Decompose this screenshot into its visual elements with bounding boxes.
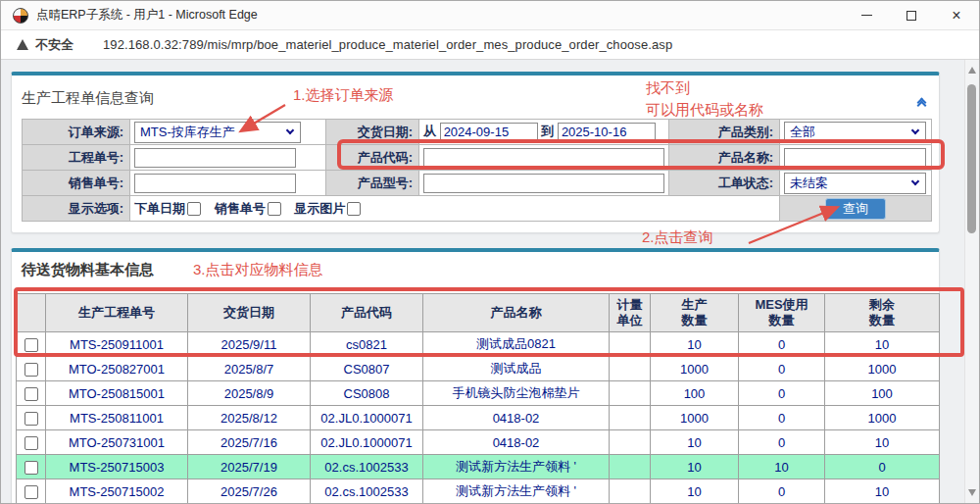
window-title: 点晴ERP子系统 - 用户1 - Microsoft Edge xyxy=(36,7,258,24)
cell-name[interactable]: 测试新方法生产领料 ' xyxy=(423,455,610,479)
cell-date[interactable]: 2025/7/19 xyxy=(188,455,311,479)
cell-date[interactable]: 2025/8/7 xyxy=(188,357,311,381)
cell-order[interactable]: MTS-250811001 xyxy=(46,406,188,430)
query-button[interactable]: 查询 xyxy=(825,198,886,220)
cell-qty[interactable]: 10 xyxy=(651,332,739,357)
cell-unit[interactable] xyxy=(610,381,651,406)
cell-unit[interactable] xyxy=(610,455,651,479)
cell-unit[interactable] xyxy=(610,357,651,381)
row-checkbox[interactable] xyxy=(24,436,38,450)
display-options-label: 显示选项: xyxy=(23,196,130,222)
row-checkbox[interactable] xyxy=(24,461,38,475)
cell-order[interactable]: MTO-250827001 xyxy=(46,357,188,381)
minimize-button[interactable] xyxy=(844,1,889,29)
cell-remain[interactable]: 0 xyxy=(825,455,940,479)
cell-order[interactable]: MTS-250715002 xyxy=(46,479,188,504)
cell-name[interactable]: 测试新方法生产领料 ' xyxy=(423,479,610,504)
order-status-value: 未结案 xyxy=(790,175,828,192)
cell-mes[interactable]: 0 xyxy=(739,430,825,455)
sales-no-input[interactable] xyxy=(134,174,296,193)
cell-code[interactable]: CS0808 xyxy=(311,381,423,406)
cell-qty[interactable]: 1000 xyxy=(651,406,739,430)
cell-mes[interactable]: 0 xyxy=(739,406,825,430)
cell-date[interactable]: 2025/7/16 xyxy=(188,430,311,455)
cell-remain[interactable]: 10 xyxy=(825,479,940,504)
date-to-input[interactable]: 2025-10-16 xyxy=(558,123,656,142)
cell-code[interactable]: 02.JL0.1000071 xyxy=(311,406,423,430)
order-source-select[interactable]: MTS-按库存生产 xyxy=(134,122,301,143)
cell-name[interactable]: 测试成品 xyxy=(423,357,610,381)
date-from-input[interactable]: 2024-09-15 xyxy=(440,123,538,142)
cell-unit[interactable] xyxy=(610,406,651,430)
cell-remain[interactable]: 10 xyxy=(825,332,940,357)
cell-unit[interactable] xyxy=(610,332,651,357)
cell-qty[interactable]: 10 xyxy=(651,455,739,479)
cell-order[interactable]: MTS-250911001 xyxy=(46,332,188,357)
url-bar[interactable]: 不安全 192.168.0.32:789/mis/mrp/boe_materie… xyxy=(1,30,979,60)
cell-code[interactable]: cs0821 xyxy=(311,332,423,357)
cell-mes[interactable]: 0 xyxy=(739,381,825,406)
cell-qty[interactable]: 10 xyxy=(651,479,739,504)
cell-name[interactable]: 0418-02 xyxy=(423,406,610,430)
cell-mes[interactable]: 0 xyxy=(739,332,825,357)
row-checkbox[interactable] xyxy=(24,485,38,499)
page-content: 生产工程单信息查询 订单来源: MTS-按库存生产 交货日期: xyxy=(1,60,979,503)
cell-order[interactable]: MTS-250715003 xyxy=(46,455,188,479)
date-from-label: 从 xyxy=(423,124,436,138)
cell-name[interactable]: 测试成品0821 xyxy=(423,332,610,357)
cell-date[interactable]: 2025/7/26 xyxy=(188,479,311,504)
row-checkbox[interactable] xyxy=(24,363,38,377)
row-checkbox[interactable] xyxy=(24,412,38,426)
table-row[interactable]: MTS-2509110012025/9/11cs0821测试成品08211001… xyxy=(17,332,940,357)
cell-date[interactable]: 2025/9/11 xyxy=(188,332,311,357)
option-show-image-checkbox[interactable] xyxy=(347,202,361,216)
product-code-label: 产品代码: xyxy=(326,145,419,171)
table-row[interactable]: MTO-2508150012025/8/9CS0808手机镜头防尘泡棉垫片100… xyxy=(17,381,940,406)
cell-name[interactable]: 0418-02 xyxy=(423,430,610,455)
scroll-up-icon[interactable] xyxy=(968,67,976,74)
project-no-input[interactable] xyxy=(134,148,296,168)
cell-name[interactable]: 手机镜头防尘泡棉垫片 xyxy=(423,381,610,406)
close-button[interactable]: × xyxy=(934,1,979,29)
cell-qty[interactable]: 10 xyxy=(651,430,739,455)
product-name-input[interactable] xyxy=(784,148,926,168)
cell-code[interactable]: 02.JL0.1000071 xyxy=(311,430,423,455)
option-sales-no-checkbox[interactable] xyxy=(268,202,281,216)
cell-qty[interactable]: 100 xyxy=(651,381,739,406)
cell-code[interactable]: CS0807 xyxy=(311,357,423,381)
table-row[interactable]: MTS-2507150022025/7/2602.cs.1002533测试新方法… xyxy=(17,479,940,504)
cell-order[interactable]: MTO-250731001 xyxy=(46,430,188,455)
cell-remain[interactable]: 1000 xyxy=(825,357,940,381)
table-row[interactable]: MTO-2508270012025/8/7CS0807测试成品100001000 xyxy=(17,357,940,381)
query-form: 订单来源: MTS-按库存生产 交货日期: 从 2024-09-15 到 202… xyxy=(22,119,932,222)
cell-mes[interactable]: 0 xyxy=(739,479,825,504)
table-row[interactable]: MTS-2508110012025/8/1202.JL0.10000710418… xyxy=(17,406,940,430)
product-category-select[interactable]: 全部 xyxy=(784,122,926,143)
cell-date[interactable]: 2025/8/12 xyxy=(188,406,311,430)
cell-date[interactable]: 2025/8/9 xyxy=(188,381,311,406)
row-checkbox[interactable] xyxy=(24,338,38,352)
vertical-scrollbar[interactable] xyxy=(964,60,979,503)
cell-order[interactable]: MTO-250815001 xyxy=(46,381,188,406)
order-status-select[interactable]: 未结案 xyxy=(784,173,926,194)
product-model-input[interactable] xyxy=(423,174,664,193)
product-code-input[interactable] xyxy=(423,148,664,168)
cell-remain[interactable]: 100 xyxy=(825,381,940,406)
scroll-down-icon[interactable] xyxy=(968,489,976,496)
cell-remain[interactable]: 10 xyxy=(825,430,940,455)
cell-code[interactable]: 02.cs.1002533 xyxy=(311,479,423,504)
row-checkbox[interactable] xyxy=(24,387,38,401)
scrollbar-thumb[interactable] xyxy=(967,84,976,233)
cell-unit[interactable] xyxy=(610,479,651,504)
cell-remain[interactable]: 1000 xyxy=(825,406,940,430)
table-row[interactable]: MTS-2507150032025/7/1902.cs.1002533测试新方法… xyxy=(17,455,940,479)
option-order-date-checkbox[interactable] xyxy=(187,202,201,216)
table-row[interactable]: MTO-2507310012025/7/1602.JL0.10000710418… xyxy=(17,430,940,455)
cell-code[interactable]: 02.cs.1002533 xyxy=(311,455,423,479)
collapse-panel-icon[interactable] xyxy=(918,99,925,105)
cell-mes[interactable]: 0 xyxy=(739,357,825,381)
maximize-button[interactable] xyxy=(889,1,934,29)
cell-qty[interactable]: 1000 xyxy=(651,357,739,381)
cell-mes[interactable]: 10 xyxy=(739,455,825,479)
cell-unit[interactable] xyxy=(610,430,651,455)
